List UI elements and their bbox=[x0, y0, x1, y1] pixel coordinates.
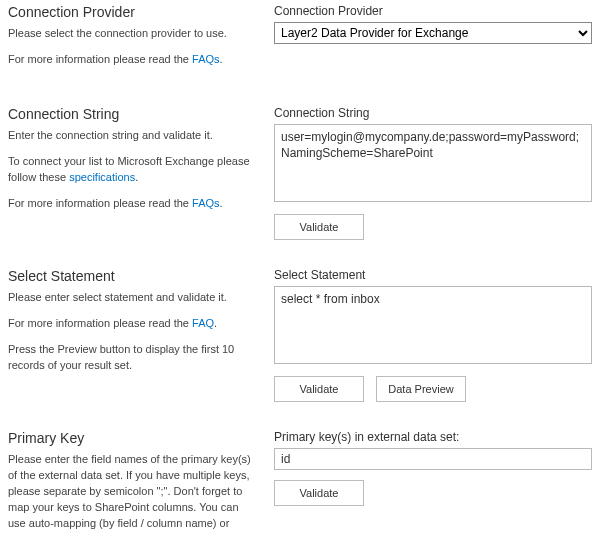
select-statement-buttons: Validate Data Preview bbox=[274, 376, 592, 402]
primary-key-input[interactable] bbox=[274, 448, 592, 470]
select-statement-preview-note: Press the Preview button to display the … bbox=[8, 342, 258, 374]
connection-string-heading: Connection String bbox=[8, 106, 258, 122]
connection-provider-select[interactable]: Layer2 Data Provider for Exchange bbox=[274, 22, 592, 44]
validate-select-statement-button[interactable]: Validate bbox=[274, 376, 364, 402]
select-statement-more-suffix: . bbox=[214, 317, 217, 329]
data-preview-button[interactable]: Data Preview bbox=[376, 376, 466, 402]
connection-provider-more-prefix: For more information please read the bbox=[8, 53, 192, 65]
faqs-link-2[interactable]: FAQs bbox=[192, 197, 220, 209]
section-connection-provider: Connection Provider Please select the co… bbox=[8, 4, 592, 78]
connection-string-more-prefix: For more information please read the bbox=[8, 197, 192, 209]
select-statement-input[interactable] bbox=[274, 286, 592, 364]
connection-provider-more-suffix: . bbox=[220, 53, 223, 65]
primary-key-buttons: Validate bbox=[274, 480, 592, 506]
connection-provider-more: For more information please read the FAQ… bbox=[8, 52, 258, 68]
specifications-link[interactable]: specifications bbox=[69, 171, 135, 183]
section-connection-string: Connection String Enter the connection s… bbox=[8, 106, 592, 240]
select-statement-help: Select Statement Please enter select sta… bbox=[8, 268, 258, 402]
connection-provider-desc: Please select the connection provider to… bbox=[8, 26, 258, 42]
primary-key-control: Primary key(s) in external data set: Val… bbox=[274, 430, 592, 535]
connection-string-more: For more information please read the FAQ… bbox=[8, 196, 258, 212]
faqs-link[interactable]: FAQs bbox=[192, 53, 220, 65]
primary-key-help: Primary Key Please enter the field names… bbox=[8, 430, 258, 535]
section-primary-key: Primary Key Please enter the field names… bbox=[8, 430, 592, 535]
primary-key-label: Primary key(s) in external data set: bbox=[274, 430, 592, 444]
connection-string-instr: To connect your list to Microsoft Exchan… bbox=[8, 154, 258, 186]
connection-string-help: Connection String Enter the connection s… bbox=[8, 106, 258, 240]
section-select-statement: Select Statement Please enter select sta… bbox=[8, 268, 592, 402]
connection-provider-help: Connection Provider Please select the co… bbox=[8, 4, 258, 78]
connection-provider-heading: Connection Provider bbox=[8, 4, 258, 20]
connection-string-desc: Enter the connection string and validate… bbox=[8, 128, 258, 144]
connection-string-buttons: Validate bbox=[274, 214, 592, 240]
connection-string-label: Connection String bbox=[274, 106, 592, 120]
select-statement-more: For more information please read the FAQ… bbox=[8, 316, 258, 332]
primary-key-heading: Primary Key bbox=[8, 430, 258, 446]
validate-primary-key-button[interactable]: Validate bbox=[274, 480, 364, 506]
select-statement-more-prefix: For more information please read the bbox=[8, 317, 192, 329]
connection-string-input[interactable] bbox=[274, 124, 592, 202]
connection-string-more-suffix: . bbox=[220, 197, 223, 209]
select-statement-heading: Select Statement bbox=[8, 268, 258, 284]
connection-provider-control: Connection Provider Layer2 Data Provider… bbox=[274, 4, 592, 78]
select-statement-control: Select Statement Validate Data Preview bbox=[274, 268, 592, 402]
faq-link[interactable]: FAQ bbox=[192, 317, 214, 329]
select-statement-desc: Please enter select statement and valida… bbox=[8, 290, 258, 306]
primary-key-desc: Please enter the field names of the prim… bbox=[8, 452, 258, 535]
connection-provider-label: Connection Provider bbox=[274, 4, 592, 18]
validate-connection-string-button[interactable]: Validate bbox=[274, 214, 364, 240]
connection-string-instr-suffix: . bbox=[135, 171, 138, 183]
connection-string-control: Connection String Validate bbox=[274, 106, 592, 240]
select-statement-label: Select Statement bbox=[274, 268, 592, 282]
